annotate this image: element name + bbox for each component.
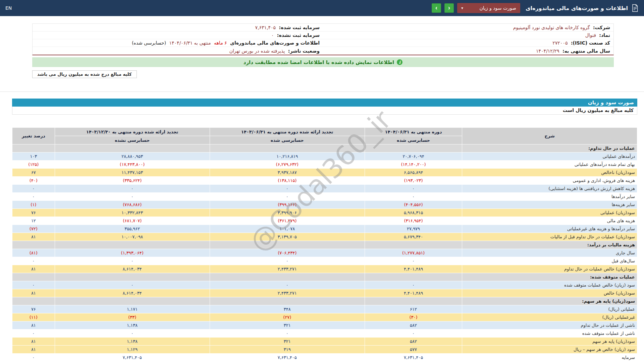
- company-field: شرکت: گروه کارخانه های تولیدی نورد آلومی…: [323, 24, 613, 31]
- top-navbar: اطلاعات و صورت‌های مالی میاندوره‌ای صورت…: [0, 0, 644, 16]
- value-cell: ۳۲۱: [210, 338, 365, 346]
- registered-capital-label: سرمایه ثبت شده:: [279, 25, 320, 30]
- value-cell: ۳۱۹: [210, 346, 365, 354]
- row-label: سرمایه: [462, 354, 637, 362]
- statement-row: بهای تمام شده درآمدهای عملیاتی(۱۴,۱۴۰,۲۰…: [12, 161, 637, 169]
- statement-unit-note: کلیه مبالغ به میلیون ریال است: [12, 107, 637, 115]
- percent-change-cell: (۱): [12, 201, 55, 209]
- language-toggle-en[interactable]: EN: [5, 5, 12, 11]
- chevron-down-icon: ▾: [461, 6, 463, 10]
- value-cell: (۳۳۵,۶۲۴): [55, 177, 210, 185]
- row-label: سود (زیان) خالص عملیات متوقف شده: [462, 281, 637, 289]
- value-cell: ۱,۱۲۹: [55, 346, 210, 354]
- report-period-field: اطلاعات و صورت‌های مالی میاندوره‌ای ۶ ما…: [33, 40, 323, 46]
- value-cell: [210, 241, 365, 249]
- value-cell: (۶,۲۷۹,۶۳۲): [210, 161, 365, 169]
- isic-value: ۲۷۲۰۰۵: [552, 40, 568, 46]
- row-label: ناشی از عملیات در حال تداوم: [462, 321, 637, 329]
- signature-match-text: اطلاعات نمایش داده شده با اطلاعات امضا ش…: [244, 59, 394, 65]
- col-description-header: شرح: [462, 128, 637, 144]
- percent-change-cell: ۸۱: [12, 289, 55, 297]
- statement-row: سود(زیان) خالص عملیات در حال تداوم۴,۴۰۱,…: [12, 265, 637, 273]
- row-label: سال جاری: [462, 249, 637, 257]
- percent-change-cell: [12, 144, 55, 153]
- statement-row: سود(زیان) عملیات در حال تداوم قبل از مال…: [12, 233, 637, 241]
- statement-row: سایر درآمدها و هزینه های غیرعملیاتی۲۷,۹۷…: [12, 225, 637, 233]
- statement-row: سایر هزینه‌ها(۴۰۴,۵۵۶)(۳۹۹,۱۶۶)(۷۶۸,۶۸۶)…: [12, 201, 637, 209]
- fiscal-year-label: سال مالی منتهی به:: [562, 48, 610, 54]
- row-label: سود(زیان) عملیات در حال تداوم قبل از مال…: [462, 233, 637, 241]
- statement-row: هزینه های مالی(۳۱۶,۹۵۴)(۳۶۱,۲۷۹)(۶۸۱,۷۰۷…: [12, 217, 637, 225]
- value-cell: ۷,۶۳۱,۴۰۵: [55, 354, 210, 362]
- percent-change-cell: ۷۶: [12, 305, 55, 313]
- value-cell: [365, 241, 462, 249]
- value-cell: [55, 273, 210, 281]
- section-header-row: عملیات متوقف شده:: [12, 273, 637, 281]
- value-cell: ۲,۴۳۳,۲۷۱: [210, 289, 365, 297]
- value-cell: [210, 144, 365, 153]
- percent-change-cell: ۸۱: [12, 346, 55, 354]
- value-cell: [55, 241, 210, 249]
- percent-change-cell: ۰: [12, 257, 55, 265]
- percent-change-cell: [12, 297, 55, 305]
- percent-change-cell: ۸۱: [12, 233, 55, 241]
- statement-row: عملیاتی (ریال)۶۱۲۳۴۸۱,۱۷۱۷۶: [12, 305, 637, 313]
- value-cell: (۳۰): [365, 313, 462, 321]
- value-cell: (۳۹۹,۱۶۶): [210, 201, 365, 209]
- report-audited-note: (حسابرسی شده): [132, 40, 166, 46]
- value-cell: ۱۰۱,۰۷۸: [210, 225, 365, 233]
- issuer-status-label: وضعیت ناشر:: [288, 48, 320, 54]
- value-cell: (۱۳۸,۱۱۵): [210, 177, 365, 185]
- col-restated-midyear-header: تجدید ارائه شده دوره منتهی به ۱۴۰۳/۰۶/۳۱: [210, 128, 365, 136]
- value-cell: ۰: [365, 281, 462, 289]
- statement-type-selected-value: صورت سود و زیان: [479, 5, 516, 11]
- value-cell: (۱,۲۷۷,۸۵۱): [365, 249, 462, 257]
- percent-change-cell: (۸۱): [12, 249, 55, 257]
- row-label: غیرعملیاتی (ریال): [462, 313, 637, 321]
- value-cell: ۰: [210, 193, 365, 201]
- issuer-status-value: پذیرفته شده در بورس تهران: [229, 48, 285, 54]
- statement-row: سرمایه۷,۶۳۱,۴۰۵۷,۶۳۱,۴۰۵۷,۶۳۱,۴۰۵۰: [12, 354, 637, 362]
- value-cell: [55, 144, 210, 153]
- value-cell: ۵۸۲: [365, 338, 462, 346]
- value-cell: ۴,۴۰۱,۴۸۹: [365, 265, 462, 273]
- row-label: سود(زیان) ناخالص: [462, 169, 637, 177]
- value-cell: (۴۰۴,۵۵۶): [365, 201, 462, 209]
- value-cell: ۳,۳۹۹,۹۰۶: [210, 209, 365, 217]
- value-cell: ۰: [210, 185, 365, 193]
- percent-change-cell: ۸۱: [12, 265, 55, 273]
- next-statement-button[interactable]: ›: [432, 3, 441, 13]
- symbol-field: نماد: فنوال: [323, 32, 613, 39]
- value-cell: ۷,۶۳۱,۴۰۵: [365, 354, 462, 362]
- value-cell: ۳,۹۳۷,۱۸۷: [210, 169, 365, 177]
- prev-statement-button[interactable]: ‹: [444, 3, 454, 13]
- value-cell: ۵,۹۶۸,۳۱۵: [365, 209, 462, 217]
- value-cell: [365, 297, 462, 305]
- page-title: اطلاعات و صورت‌های مالی میاندوره‌ای: [526, 5, 628, 11]
- value-cell: ۸,۶۱۴,۰۳۴: [55, 265, 210, 273]
- value-cell: ۰: [365, 257, 462, 265]
- registered-capital-value: ۷,۶۳۱,۴۰۵: [255, 25, 276, 30]
- value-cell: ۲۰,۷۰۶,۰۹۴: [365, 153, 462, 161]
- unregistered-capital-value: ۰: [271, 33, 274, 38]
- company-info-row: کد صنعت (ISIC): ۲۷۲۰۰۵ اطلاعات و صورت‌ها…: [33, 39, 613, 47]
- value-cell: ۰: [210, 281, 365, 289]
- row-label: ناشی از عملیات متوقف شده: [462, 329, 637, 338]
- row-label: هزینه های فروش، اداری و عمومی: [462, 177, 637, 185]
- statement-type-dropdown[interactable]: صورت سود و زیان ▾: [457, 3, 520, 13]
- value-cell: [365, 273, 462, 281]
- company-info-row: نماد: فنوال سرمایه ثبت نشده: ۰: [33, 32, 613, 39]
- value-cell: (۱۹۳,۰۲۳): [365, 177, 462, 185]
- section-divider: [0, 92, 644, 92]
- company-info-row: شرکت: گروه کارخانه های تولیدی نورد آلومی…: [33, 24, 613, 32]
- value-cell: (۱۴,۱۴۰,۲۰۰): [365, 161, 462, 169]
- row-label: درآمدهای عملیاتی: [462, 153, 637, 161]
- section-header-row: هزینه مالیات بر درآمد:: [12, 241, 637, 249]
- value-cell: ۵۷۷: [365, 346, 462, 354]
- value-cell: ۱,۱۷۱: [55, 305, 210, 313]
- row-label: عملیات در حال تداوم:: [462, 144, 637, 153]
- section-header-row: عملیات در حال تداوم:: [12, 144, 637, 153]
- value-cell: ۳۲۱: [210, 321, 365, 329]
- row-label: سایر درآمدها: [462, 193, 637, 201]
- row-label: سایر هزینه‌ها: [462, 201, 637, 209]
